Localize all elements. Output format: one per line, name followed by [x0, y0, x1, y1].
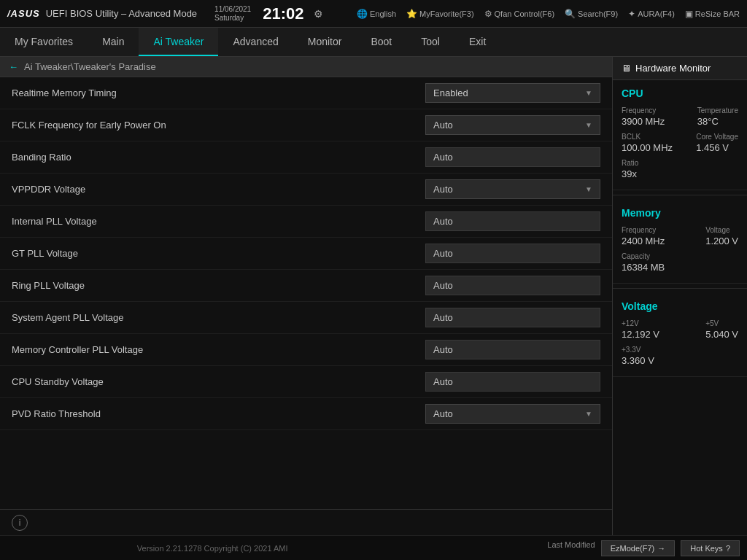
- setting-control-internal-pll[interactable]: Auto: [425, 211, 600, 231]
- hw-cpu-corev-col: Core Voltage 1.456 V: [696, 133, 738, 153]
- nav-my-favorites[interactable]: My Favorites: [0, 28, 88, 56]
- setting-control-realtime-memory[interactable]: Enabled ▼: [425, 83, 600, 103]
- setting-row-cpu-standby: CPU Standby Voltage Auto: [0, 366, 612, 398]
- hw-volt-5v-col: +5V 5.040 V: [705, 319, 738, 340]
- hw-volt-33v-row: +3.3V 3.360 V: [622, 346, 738, 366]
- hardware-monitor-panel: 🖥 Hardware Monitor CPU Frequency 3900 MH…: [612, 57, 747, 535]
- setting-label-internal-pll: Internal PLL Voltage: [12, 216, 425, 227]
- aura-icon: ✦: [628, 9, 635, 19]
- setting-label-memory-controller-pll: Memory Controller PLL Voltage: [12, 344, 425, 355]
- hw-cpu-freq-temp-row: Frequency 3900 MHz Temperature 38°C: [622, 106, 738, 127]
- hw-mem-freq-col: Frequency 2400 MHz: [622, 226, 665, 246]
- hw-cpu-freq-col: Frequency 3900 MHz: [622, 106, 665, 127]
- shortcut-aura[interactable]: ✦ AURA(F4): [628, 9, 675, 19]
- shortcut-qfan-label: Qfan Control(F6): [495, 9, 555, 18]
- setting-control-gt-pll[interactable]: Auto: [425, 244, 600, 263]
- hw-mem-volt-col: Voltage 1.200 V: [705, 226, 738, 246]
- hw-cpu-temp-value: 38°C: [697, 116, 738, 127]
- setting-row-system-agent-pll: System Agent PLL Voltage Auto: [0, 302, 612, 334]
- hw-cpu-title: CPU: [622, 88, 738, 99]
- breadcrumb-path: Ai Tweaker\Tweaker's Paradise: [24, 61, 156, 72]
- setting-row-ring-pll: Ring PLL Voltage Auto: [0, 270, 612, 302]
- asus-logo: /ASUS: [7, 8, 40, 19]
- breadcrumb-arrow[interactable]: ←: [9, 61, 18, 72]
- hw-mem-capacity-value: 16384 MB: [622, 262, 665, 273]
- info-icon[interactable]: i: [12, 515, 28, 531]
- shortcut-myfavorite[interactable]: ⭐ MyFavorite(F3): [406, 9, 474, 19]
- setting-row-fclk: FCLK Frequency for Early Power On Auto ▼: [0, 109, 612, 141]
- hw-mem-volt-label: Voltage: [705, 226, 738, 234]
- nav-advanced[interactable]: Advanced: [218, 28, 293, 56]
- setting-control-cpu-standby[interactable]: Auto: [425, 372, 600, 392]
- setting-control-ring-pll[interactable]: Auto: [425, 276, 600, 295]
- setting-label-gt-pll: GT PLL Voltage: [12, 248, 425, 259]
- shortcut-search[interactable]: 🔍 Search(F9): [565, 9, 618, 19]
- hw-mem-volt-value: 1.200 V: [705, 236, 738, 246]
- setting-row-gt-pll: GT PLL Voltage Auto: [0, 238, 612, 270]
- setting-label-vppddr: VPPDDR Voltage: [12, 184, 425, 195]
- shortcut-qfan[interactable]: ⚙ Qfan Control(F6): [484, 9, 555, 19]
- shortcut-english-label: English: [370, 9, 396, 18]
- nav-bar: My Favorites Main Ai Tweaker Advanced Mo…: [0, 28, 747, 57]
- nav-boot[interactable]: Boot: [356, 28, 406, 56]
- hw-volt-33v-label: +3.3V: [622, 346, 654, 354]
- hw-volt-5v-value: 5.040 V: [705, 329, 738, 340]
- shortcut-english[interactable]: 🌐 English: [357, 9, 396, 19]
- chevron-down-icon: ▼: [585, 121, 592, 129]
- hw-cpu-bclk-col: BCLK 100.00 MHz: [622, 133, 673, 153]
- hw-cpu-bclk-label: BCLK: [622, 133, 673, 141]
- setting-control-pvd-ratio[interactable]: Auto ▼: [425, 404, 600, 424]
- question-icon: ?: [726, 544, 730, 553]
- hw-mem-freq-volt-row: Frequency 2400 MHz Voltage 1.200 V: [622, 226, 738, 246]
- hw-memory-section: Memory Frequency 2400 MHz Voltage 1.200 …: [613, 200, 747, 284]
- search-icon: 🔍: [565, 9, 576, 19]
- header-title: UEFI BIOS Utility – Advanced Mode: [46, 8, 197, 19]
- chevron-down-icon: ▼: [585, 410, 592, 418]
- hot-keys-button[interactable]: Hot Keys ?: [681, 540, 740, 556]
- hw-cpu-ratio-value: 39x: [622, 168, 638, 179]
- hw-volt-33v-col: +3.3V 3.360 V: [622, 346, 654, 366]
- shortcut-resizebar-label: ReSize BAR: [695, 9, 740, 18]
- header-shortcuts: 🌐 English ⭐ MyFavorite(F3) ⚙ Qfan Contro…: [357, 9, 740, 19]
- hw-mem-freq-label: Frequency: [622, 226, 665, 234]
- hw-cpu-temp-label: Temperature: [697, 106, 738, 114]
- header-time: 21:02: [263, 4, 303, 23]
- setting-control-banding-ratio[interactable]: Auto: [425, 147, 600, 167]
- settings-list: Realtime Memory Timing Enabled ▼ FCLK Fr…: [0, 77, 612, 509]
- hw-cpu-bclk-value: 100.00 MHz: [622, 142, 673, 153]
- setting-control-system-agent-pll[interactable]: Auto: [425, 308, 600, 327]
- hw-cpu-freq-value: 3900 MHz: [622, 116, 665, 127]
- setting-label-banding-ratio: Banding Ratio: [12, 152, 425, 163]
- header-datetime: 11/06/2021 Saturday: [214, 5, 251, 23]
- hw-voltage-section: Voltage +12V 12.192 V +5V 5.040 V +3.3V …: [613, 293, 747, 377]
- shortcut-resizebar[interactable]: ▣ ReSize BAR: [685, 9, 740, 19]
- hw-mem-freq-value: 2400 MHz: [622, 236, 665, 246]
- header-date: 11/06/2021: [214, 5, 251, 14]
- setting-control-vppddr[interactable]: Auto ▼: [425, 179, 600, 199]
- setting-label-pvd-ratio: PVD Ratio Threshold: [12, 408, 425, 419]
- setting-control-memory-controller-pll[interactable]: Auto: [425, 340, 600, 359]
- header-day: Saturday: [214, 14, 244, 23]
- nav-exit[interactable]: Exit: [454, 28, 500, 56]
- arrow-right-icon: →: [657, 544, 665, 553]
- settings-icon[interactable]: ⚙: [314, 8, 323, 20]
- nav-monitor[interactable]: Monitor: [293, 28, 357, 56]
- nav-ai-tweaker[interactable]: Ai Tweaker: [139, 28, 218, 56]
- hw-cpu-ratio-row: Ratio 39x: [622, 159, 738, 179]
- hw-volt-12v-col: +12V 12.192 V: [622, 319, 659, 340]
- nav-main[interactable]: Main: [88, 28, 139, 56]
- setting-row-banding-ratio: Banding Ratio Auto: [0, 141, 612, 174]
- hw-cpu-corev-label: Core Voltage: [696, 133, 738, 141]
- setting-row-vppddr: VPPDDR Voltage Auto ▼: [0, 174, 612, 206]
- left-panel: ← Ai Tweaker\Tweaker's Paradise Realtime…: [0, 57, 612, 535]
- footer-buttons: Last Modified EzMode(F7) → Hot Keys ?: [547, 540, 740, 556]
- nav-tool[interactable]: Tool: [406, 28, 454, 56]
- hw-volt-12v-label: +12V: [622, 319, 659, 327]
- setting-control-fclk[interactable]: Auto ▼: [425, 115, 600, 135]
- header: /ASUS UEFI BIOS Utility – Advanced Mode …: [0, 0, 747, 28]
- ez-mode-button[interactable]: EzMode(F7) →: [601, 540, 676, 556]
- setting-row-memory-controller-pll: Memory Controller PLL Voltage Auto: [0, 334, 612, 366]
- shortcut-aura-label: AURA(F4): [638, 9, 675, 18]
- hw-volt-33v-value: 3.360 V: [622, 355, 654, 366]
- breadcrumb: ← Ai Tweaker\Tweaker's Paradise: [0, 57, 612, 77]
